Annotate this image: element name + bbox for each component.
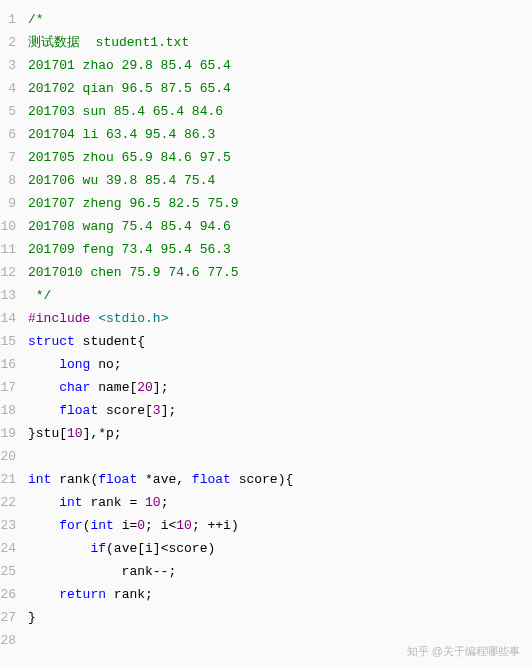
token-identifier: student{ [75,334,145,349]
token-type: long [59,357,90,372]
token-identifier: score){ [231,472,293,487]
code-line: 2017010 chen 75.9 74.6 77.5 [28,261,532,284]
token-identifier: } [28,610,36,625]
token-identifier: rank( [51,472,98,487]
code-line: 201709 feng 73.4 95.4 56.3 [28,238,532,261]
token-identifier: (ave[i]<score) [106,541,215,556]
token-identifier: i= [114,518,137,533]
code-line: rank--; [28,560,532,583]
token-type: int [59,495,82,510]
token-include-str: <stdio.h> [98,311,168,326]
code-line: */ [28,284,532,307]
code-editor: 1234567891011121314151617181920212223242… [0,0,532,660]
token-preprocessor: #include [28,311,98,326]
line-number: 6 [0,123,16,146]
token-identifier: name[ [90,380,137,395]
token-identifier [28,380,59,395]
line-number: 2 [0,31,16,54]
line-number: 11 [0,238,16,261]
code-line: struct student{ [28,330,532,353]
code-line: 201706 wu 39.8 85.4 75.4 [28,169,532,192]
token-type: float [192,472,231,487]
token-identifier: ]; [161,403,177,418]
token-identifier: ; ++i) [192,518,239,533]
token-comment: 201709 feng 73.4 95.4 56.3 [28,242,231,257]
token-identifier: ]; [153,380,169,395]
token-identifier: rank; [106,587,153,602]
token-identifier: ],*p; [83,426,122,441]
token-comment: 201703 sun 85.4 65.4 84.6 [28,104,223,119]
token-identifier: ; i< [145,518,176,533]
token-identifier [28,403,59,418]
token-type: int [90,518,113,533]
token-comment: 201706 wu 39.8 85.4 75.4 [28,173,215,188]
token-identifier [28,357,59,372]
line-number: 18 [0,399,16,422]
token-comment: 201705 zhou 65.9 84.6 97.5 [28,150,231,165]
line-number: 3 [0,54,16,77]
token-number: 3 [153,403,161,418]
token-comment: */ [28,288,51,303]
token-comment: 2017010 chen 75.9 74.6 77.5 [28,265,239,280]
token-number: 0 [137,518,145,533]
code-line: int rank = 10; [28,491,532,514]
code-line: }stu[10],*p; [28,422,532,445]
token-identifier: rank--; [28,564,176,579]
token-comment: 201702 qian 96.5 87.5 65.4 [28,81,231,96]
line-number: 25 [0,560,16,583]
code-line: 201708 wang 75.4 85.4 94.6 [28,215,532,238]
code-line: 201707 zheng 96.5 82.5 75.9 [28,192,532,215]
code-line: float score[3]; [28,399,532,422]
line-number-gutter: 1234567891011121314151617181920212223242… [0,8,28,652]
token-identifier [28,587,59,602]
watermark: 知乎 @关于编程哪些事 [407,644,520,659]
code-line: /* [28,8,532,31]
token-identifier [28,518,59,533]
code-line: } [28,606,532,629]
code-line: return rank; [28,583,532,606]
token-type: float [59,403,98,418]
token-keyword: for [59,518,82,533]
token-number: 10 [176,518,192,533]
token-number: 10 [67,426,83,441]
token-type: char [59,380,90,395]
line-number: 17 [0,376,16,399]
code-line: 201704 li 63.4 95.4 86.3 [28,123,532,146]
token-type: float [98,472,137,487]
code-line: if(ave[i]<score) [28,537,532,560]
token-identifier [28,541,90,556]
token-type: int [28,472,51,487]
line-number: 22 [0,491,16,514]
line-number: 13 [0,284,16,307]
token-comment: 201701 zhao 29.8 85.4 65.4 [28,58,231,73]
code-content: /*测试数据 student1.txt201701 zhao 29.8 85.4… [28,8,532,652]
code-line: for(int i=0; i<10; ++i) [28,514,532,537]
line-number: 19 [0,422,16,445]
token-comment: 201707 zheng 96.5 82.5 75.9 [28,196,239,211]
token-number: 20 [137,380,153,395]
line-number: 16 [0,353,16,376]
line-number: 24 [0,537,16,560]
token-identifier: rank = [83,495,145,510]
line-number: 7 [0,146,16,169]
line-number: 21 [0,468,16,491]
line-number: 27 [0,606,16,629]
token-number: 10 [145,495,161,510]
token-identifier: score[ [98,403,153,418]
code-line: 201702 qian 96.5 87.5 65.4 [28,77,532,100]
code-line: long no; [28,353,532,376]
token-identifier [28,495,59,510]
line-number: 1 [0,8,16,31]
line-number: 9 [0,192,16,215]
code-line: 测试数据 student1.txt [28,31,532,54]
token-keyword: struct [28,334,75,349]
token-comment: 201704 li 63.4 95.4 86.3 [28,127,215,142]
token-comment: 201708 wang 75.4 85.4 94.6 [28,219,231,234]
line-number: 26 [0,583,16,606]
code-line: int rank(float *ave, float score){ [28,468,532,491]
token-identifier: *ave, [137,472,192,487]
line-number: 28 [0,629,16,652]
line-number: 5 [0,100,16,123]
token-comment: /* [28,12,44,27]
token-identifier: ; [161,495,169,510]
